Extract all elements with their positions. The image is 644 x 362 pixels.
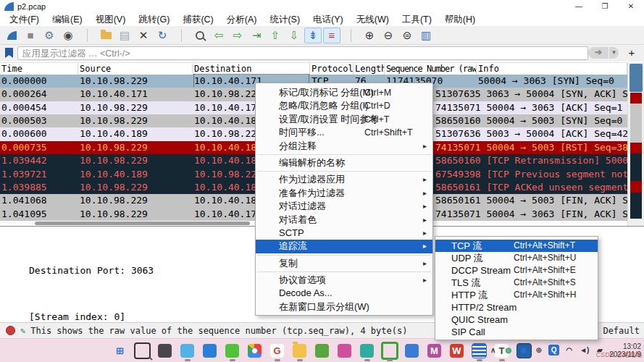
submenu-item[interactable]: UDP 流 Ctrl+Alt+Shift+U	[435, 252, 598, 264]
notes-app-icon[interactable]	[471, 342, 488, 359]
menubar-item[interactable]: 电话(Y)	[306, 13, 350, 26]
zoom-reset-icon[interactable]: ⊜	[398, 28, 416, 43]
column-header-protocol[interactable]: Protocol	[310, 63, 354, 75]
stop-capture-icon[interactable]: ■	[22, 28, 39, 43]
zoom-out-icon[interactable]: ⊖	[380, 28, 397, 43]
column-header-source[interactable]: Source	[78, 63, 193, 75]
google-app-icon[interactable]: G	[269, 342, 286, 359]
column-header-seq-raw[interactable]: Sequence Number (raw)	[385, 63, 477, 75]
filter-bookmark-icon[interactable]	[5, 48, 13, 58]
zoom-in-icon[interactable]: ⊕	[361, 28, 378, 43]
photos-app-icon[interactable]	[156, 342, 174, 359]
resize-columns-icon[interactable]: ▥	[417, 28, 435, 43]
tray-q-app-icon[interactable]: Q	[548, 345, 559, 355]
context-menu-item[interactable]: 协议首选项 ▸	[256, 274, 432, 287]
menubar-item[interactable]: 帮助(H)	[438, 13, 482, 26]
wechat-icon[interactable]	[224, 342, 241, 359]
chat-app-icon[interactable]	[179, 342, 196, 359]
menubar-item[interactable]: 捕获(C)	[176, 13, 219, 26]
filter-caret-icon[interactable]: ▾	[609, 47, 619, 59]
context-menu-item[interactable]: Decode As...	[256, 287, 432, 300]
column-header-destination[interactable]: Destination	[193, 63, 310, 75]
menubar-item[interactable]: 分析(A)	[220, 13, 264, 26]
search-icon[interactable]	[134, 342, 151, 359]
packet-list-scrollbar[interactable]	[627, 62, 644, 226]
context-menu-item[interactable]: 作为过滤器应用 ▸	[256, 173, 432, 186]
restart-capture-icon[interactable]: ◉	[59, 28, 77, 43]
apply-filter-button[interactable]: ➔	[588, 47, 609, 59]
column-header-length[interactable]: Length	[354, 63, 385, 75]
reload-file-icon[interactable]: ↻	[154, 28, 171, 43]
menubar-item[interactable]: 统计(S)	[263, 13, 306, 26]
tray-globe-icon[interactable]: ◍	[503, 345, 514, 355]
colorize-icon[interactable]: ≡	[323, 28, 340, 43]
browser-app-icon[interactable]	[403, 342, 421, 359]
file-explorer-icon[interactable]	[291, 342, 309, 359]
chrome-icon[interactable]	[246, 342, 264, 359]
context-menu-item[interactable]: 时间平移... Ctrl+Shift+T	[256, 126, 432, 139]
column-header-time[interactable]: Time	[0, 63, 78, 75]
expert-info-icon[interactable]	[6, 326, 15, 335]
context-menu-item[interactable]: 编辑解析的名称	[256, 156, 432, 169]
context-menu-item[interactable]: 准备作为过滤器 ▸	[256, 187, 432, 200]
go-bottom-icon[interactable]: ⇩	[285, 28, 303, 43]
submenu-item[interactable]: TLS 流 Ctrl+Alt+Shift+S	[435, 277, 598, 289]
wps-icon[interactable]: W	[448, 342, 466, 359]
display-filter-input[interactable]	[17, 46, 588, 60]
restore-button[interactable]: ❐	[592, 0, 618, 13]
context-menu-item[interactable]: 设置/取消设置 时间参考 Ctrl+T	[256, 113, 432, 126]
column-header-info[interactable]: Info	[477, 63, 627, 75]
gallery-app-icon[interactable]	[336, 342, 354, 359]
csdn-watermark: CSDN @略略略	[596, 350, 643, 360]
menubar-item[interactable]: 编辑(E)	[46, 13, 89, 26]
go-to-packet-icon[interactable]: ⇥	[248, 28, 265, 43]
go-top-icon[interactable]: ⇧	[267, 28, 284, 43]
capture-options-icon[interactable]: ⚙	[41, 28, 58, 43]
capture-comment-icon[interactable]: ✎	[20, 326, 25, 336]
go-back-icon[interactable]: ⇦	[210, 28, 227, 43]
context-menu-item[interactable]: 复制 ▸	[256, 257, 432, 270]
go-forward-icon[interactable]: ⇨	[229, 28, 246, 43]
add-filter-button[interactable]: +	[624, 46, 639, 59]
context-menu-item[interactable]: 对话过滤器 ▸	[256, 200, 432, 213]
context-menu-item[interactable]: 对话着色 ▸	[256, 214, 432, 227]
start-menu-icon[interactable]: ⊞	[112, 342, 129, 359]
menubar-item[interactable]: 文件(F)	[3, 13, 46, 26]
mindmap-app-icon[interactable]: M	[426, 342, 443, 359]
context-menu-item[interactable]: 分组注释 ▸	[256, 140, 432, 153]
tray-sync-icon[interactable]: ◉	[518, 345, 529, 355]
submenu-item[interactable]: DCCP Stream Ctrl+Alt+Shift+E	[435, 264, 598, 277]
start-capture-icon[interactable]	[3, 28, 20, 43]
recorder-app-icon[interactable]	[381, 342, 398, 359]
context-menu-item[interactable]: 标记/取消标记 分组(M) Ctrl+M	[256, 86, 432, 99]
close-button[interactable]: ✕	[618, 0, 644, 13]
submenu-item[interactable]: QUIC Stream	[435, 313, 598, 326]
wifi-icon[interactable]: ◠	[564, 345, 574, 355]
minimize-button[interactable]: —	[566, 0, 592, 13]
vscode-icon[interactable]	[201, 342, 219, 359]
context-menu-item[interactable]: 追踪流 ▸	[256, 240, 432, 253]
close-file-icon[interactable]: ✕	[135, 28, 152, 43]
horizontal-scrollbar-thumb[interactable]	[35, 222, 250, 225]
autoscroll-icon[interactable]: ⇟	[304, 28, 322, 43]
timer-app-icon[interactable]	[359, 342, 376, 359]
save-file-icon[interactable]: ▤	[116, 28, 133, 43]
scrollbar-thumb[interactable]	[630, 64, 643, 92]
menubar-item[interactable]: 跳转(G)	[132, 13, 176, 26]
context-menu-item[interactable]: 在新窗口显示分组(W)	[256, 300, 432, 313]
find-packet-icon[interactable]	[191, 28, 209, 43]
open-file-icon[interactable]	[97, 28, 114, 43]
submenu-item[interactable]: HTTP 流 Ctrl+Alt+Shift+H	[435, 289, 598, 301]
tray-expand-icon[interactable]: ∧	[488, 345, 498, 355]
submenu-item[interactable]: HTTP/2 Stream	[435, 301, 598, 313]
context-menu-item[interactable]: SCTP ▸	[256, 227, 432, 240]
submenu-item[interactable]: SIP Call	[435, 326, 598, 338]
tray-update-icon[interactable]: ⊕	[533, 345, 544, 355]
menubar-item[interactable]: 无线(W)	[350, 13, 396, 26]
menubar-item[interactable]: 视图(V)	[89, 13, 133, 26]
media-app-icon[interactable]	[314, 342, 331, 359]
volume-icon[interactable]: ◄)	[579, 345, 590, 355]
submenu-item[interactable]: TCP 流 Ctrl+Alt+Shift+T	[435, 240, 598, 252]
context-menu-item[interactable]: 忽略/取消忽略 分组(I) Ctrl+D	[256, 99, 432, 112]
menubar-item[interactable]: 工具(T)	[396, 13, 438, 26]
